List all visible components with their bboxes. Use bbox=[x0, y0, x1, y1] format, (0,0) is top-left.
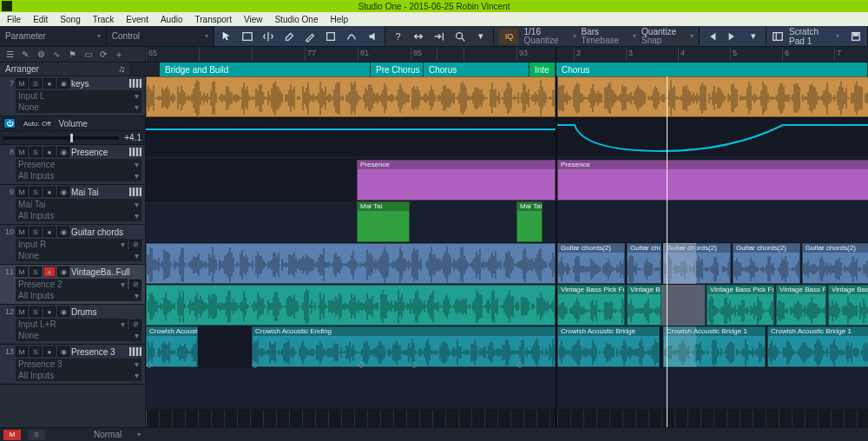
monitor-button[interactable]: ◉ bbox=[57, 78, 69, 89]
mono-toggle[interactable]: ⊘ bbox=[129, 280, 141, 290]
menu-view[interactable]: View bbox=[239, 15, 268, 24]
track-name[interactable]: Drums bbox=[71, 307, 141, 317]
menu-studio-one[interactable]: Studio One bbox=[269, 15, 323, 24]
monitor-button[interactable]: ◉ bbox=[57, 306, 69, 317]
clip[interactable]: Guitar chords(2) bbox=[627, 243, 661, 284]
record-arm-button[interactable]: ● bbox=[43, 187, 56, 197]
solo-button[interactable]: S bbox=[30, 147, 42, 157]
zoom-icon[interactable] bbox=[453, 30, 467, 43]
input-dropdown[interactable]: Input L▾ bbox=[16, 90, 141, 102]
input-channel-dropdown[interactable]: All Inputs▾ bbox=[16, 290, 141, 301]
scratchpad-icon[interactable] bbox=[772, 30, 784, 43]
input-dropdown[interactable]: Mai Tai▾ bbox=[16, 199, 141, 210]
arranger-section[interactable]: Inte bbox=[529, 63, 556, 76]
snap-arrows-icon[interactable] bbox=[411, 30, 425, 43]
solo-button[interactable]: S bbox=[30, 187, 42, 197]
clip[interactable]: Crowish Acoustic Bridge 1 bbox=[767, 326, 868, 367]
timebase-value[interactable]: Bars Timebase bbox=[582, 28, 620, 45]
mute-button[interactable]: M bbox=[16, 306, 28, 317]
input-dropdown[interactable]: Presence 2▾ bbox=[16, 279, 128, 290]
solo-button[interactable]: S bbox=[30, 78, 42, 89]
range-tool-icon[interactable] bbox=[240, 30, 254, 43]
clip[interactable]: Guitar chords(2) bbox=[802, 243, 868, 284]
track-header[interactable]: 9 M S ● ◉ Mai Tai Mai Tai▾All Inputs▾ bbox=[0, 185, 145, 225]
arranger-scratch-lane[interactable]: Chorus bbox=[556, 63, 868, 76]
solo-button[interactable]: S bbox=[30, 306, 42, 317]
quantize-value[interactable]: 1/16 Quantize bbox=[523, 28, 558, 45]
menu-audio[interactable]: Audio bbox=[155, 15, 188, 24]
clip[interactable] bbox=[557, 76, 868, 117]
clip[interactable] bbox=[146, 76, 556, 117]
input-channel-dropdown[interactable]: None▾ bbox=[16, 250, 141, 261]
track-name[interactable]: Mai Tai bbox=[71, 188, 128, 197]
menu-file[interactable]: File bbox=[2, 15, 26, 24]
clip[interactable]: Vintage Bass Pick Full bbox=[627, 285, 661, 326]
solo-button[interactable]: S bbox=[30, 227, 42, 237]
mono-toggle[interactable]: ⊘ bbox=[129, 319, 141, 330]
input-channel-dropdown[interactable]: All Inputs▾ bbox=[16, 210, 141, 221]
marker-prev-icon[interactable] bbox=[705, 30, 719, 43]
track-header[interactable]: 7 M S ● ◉ keys Input L▾None▾ bbox=[0, 76, 145, 116]
clip[interactable]: Presence bbox=[357, 160, 556, 201]
mute-button[interactable]: M bbox=[16, 147, 28, 157]
arranger-section[interactable]: Chorus bbox=[556, 63, 868, 76]
power-icon[interactable]: ⏻ bbox=[3, 118, 16, 128]
refresh-icon[interactable]: ⟳ bbox=[97, 49, 109, 61]
input-channel-dropdown[interactable]: None▾ bbox=[16, 330, 141, 341]
input-dropdown[interactable]: Presence 3▾ bbox=[16, 359, 141, 370]
record-arm-button[interactable]: ● bbox=[43, 346, 56, 357]
solo-button[interactable]: S bbox=[30, 267, 42, 277]
bend-tool-icon[interactable] bbox=[345, 30, 358, 43]
clip[interactable]: Guitar chords(2) bbox=[733, 243, 800, 284]
record-arm-button[interactable]: ● bbox=[43, 227, 56, 237]
record-arm-button[interactable]: ● bbox=[43, 78, 56, 89]
clip[interactable] bbox=[146, 243, 556, 284]
paint-tool-icon[interactable] bbox=[303, 30, 317, 43]
mono-toggle[interactable]: ⊘ bbox=[129, 240, 141, 250]
track-header[interactable]: 8 M S ● ◉ Presence Presence▾All Inputs▾ bbox=[0, 145, 145, 185]
wrench-icon[interactable]: ⚙ bbox=[35, 49, 47, 61]
monitor-button[interactable]: ◉ bbox=[57, 267, 69, 277]
mute-button[interactable]: M bbox=[16, 227, 28, 237]
track-name[interactable]: Guitar chords bbox=[71, 227, 141, 237]
split-tool-icon[interactable] bbox=[261, 30, 275, 43]
clip[interactable]: Mai Tai bbox=[516, 201, 542, 242]
menu-song[interactable]: Song bbox=[55, 15, 85, 24]
input-dropdown[interactable]: Input R▾ bbox=[16, 239, 128, 250]
playhead[interactable] bbox=[667, 76, 667, 427]
track-header[interactable]: 13 M S ● ◉ Presence 3 Presence 3▾All Inp… bbox=[0, 345, 145, 385]
iq-button[interactable]: IQ bbox=[499, 29, 518, 44]
clip[interactable]: Presence bbox=[557, 160, 868, 201]
track-header[interactable]: 11 M S ● ◉ VintageBa..Full Presence 2▾⊘A… bbox=[0, 265, 145, 305]
snap-value[interactable]: Quantize Snap bbox=[641, 28, 676, 45]
arranger-section[interactable]: Chorus bbox=[424, 63, 529, 76]
automation-header[interactable]: ⏻ Auto: Off Volume bbox=[0, 116, 145, 131]
timeline-ruler[interactable]: 6577818593 bbox=[146, 47, 556, 62]
volume-slider[interactable] bbox=[3, 136, 119, 140]
flag-icon[interactable]: ⚑ bbox=[66, 49, 78, 61]
automation-icon[interactable]: ∿ bbox=[50, 49, 62, 61]
arrange-view[interactable]: PresenceMai TaiMai TaiCrowish Acoustic E… bbox=[146, 76, 556, 427]
menu-track[interactable]: Track bbox=[88, 15, 120, 24]
menu-help[interactable]: Help bbox=[325, 15, 353, 24]
eyedropper-icon[interactable]: ✎ bbox=[19, 49, 31, 61]
track-name[interactable]: Presence bbox=[71, 148, 128, 157]
marker-next-icon[interactable] bbox=[726, 30, 740, 43]
chevron-down-icon[interactable]: ▾ bbox=[474, 30, 488, 43]
monitor-button[interactable]: ◉ bbox=[57, 346, 69, 357]
record-arm-button[interactable]: ● bbox=[43, 306, 56, 317]
add-track-icon[interactable]: ＋ bbox=[113, 49, 125, 61]
mute-button[interactable]: M bbox=[16, 267, 28, 277]
input-dropdown[interactable]: Presence▾ bbox=[16, 159, 141, 170]
clip[interactable] bbox=[146, 285, 556, 326]
clip[interactable]: Vintage Bass Pick Full bbox=[828, 285, 868, 326]
record-arm-button[interactable]: ● bbox=[43, 147, 56, 157]
clip[interactable]: Mai Tai bbox=[357, 201, 410, 242]
menu-edit[interactable]: Edit bbox=[28, 15, 53, 24]
input-channel-dropdown[interactable]: All Inputs▾ bbox=[16, 170, 141, 181]
list-icon[interactable]: ☰ bbox=[3, 49, 16, 61]
mute-tool-icon[interactable] bbox=[324, 30, 338, 43]
auto-mode[interactable]: Auto: Off bbox=[21, 119, 53, 128]
save-icon[interactable] bbox=[850, 30, 862, 43]
scratchpad-view[interactable]: PresenceGuitar chords(2)Guitar chords(2)… bbox=[556, 76, 868, 427]
